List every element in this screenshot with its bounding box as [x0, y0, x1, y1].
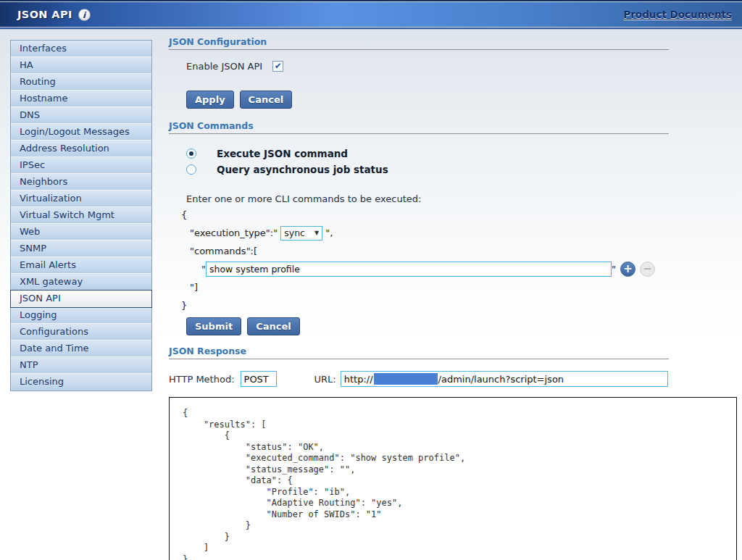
cli-command-input[interactable]: show system profile: [206, 262, 612, 277]
url-suffix: /admin/launch?script=json: [438, 374, 564, 385]
sidebar-item-address-resolution[interactable]: Address Resolution: [11, 141, 151, 157]
json-response-output[interactable]: { "results": [ { "status": "OK", "execut…: [169, 397, 737, 560]
execute-json-command-row: Execute JSON command: [186, 146, 737, 162]
sidebar-item-virtualization[interactable]: Virtualization: [11, 191, 151, 207]
cli-instructions: Enter one or more CLI commands to be exe…: [186, 193, 737, 204]
sidebar-item-xml-gateway[interactable]: XML gateway: [11, 274, 151, 291]
url-input[interactable]: http:///admin/launch?script=json: [341, 371, 668, 387]
app-header: JSON API i Product Documents: [0, 0, 742, 29]
sidebar-item-email-alerts[interactable]: Email Alerts: [11, 257, 151, 274]
sidebar-item-virtual-switch-mgmt[interactable]: Virtual Switch Mgmt: [11, 207, 151, 224]
section-divider: [169, 49, 669, 50]
sidebar-item-licensing[interactable]: Licensing: [11, 374, 151, 390]
execute-json-command-radio[interactable]: [186, 149, 196, 159]
command-quote-close: ": [612, 262, 616, 277]
execution-type-prefix: "execution_type":": [190, 226, 278, 241]
json-configuration-section-header: JSON Configuration: [169, 36, 669, 50]
query-async-job-status-radio[interactable]: [186, 164, 196, 175]
sidebar-item-json-api[interactable]: JSON API: [10, 290, 152, 308]
remove-command-button[interactable]: −: [640, 262, 655, 277]
cancel-button-commands[interactable]: Cancel: [247, 317, 300, 335]
apply-button[interactable]: Apply: [186, 91, 234, 109]
commands-buttons: Submit Cancel: [186, 317, 737, 335]
submit-button[interactable]: Submit: [186, 317, 241, 335]
section-divider: [169, 133, 669, 134]
http-method-input[interactable]: POST: [241, 371, 277, 387]
request-info-row: HTTP Method: POST URL: http:///admin/lau…: [169, 371, 737, 387]
section-divider: [169, 359, 669, 359]
execute-json-command-label: Execute JSON command: [217, 148, 348, 159]
sidebar-item-neighbors[interactable]: Neighbors: [11, 174, 151, 191]
sidebar-item-configurations[interactable]: Configurations: [11, 324, 151, 340]
product-documents-link[interactable]: Product Documents: [623, 9, 732, 20]
enable-json-api-label: Enable JSON API: [186, 61, 262, 72]
query-async-job-status-row: Query asynchronous job status: [186, 162, 737, 177]
json-commands-section-header: JSON Commands: [169, 120, 669, 134]
sidebar-item-ntp[interactable]: NTP: [11, 357, 151, 374]
json-response-section-header: JSON Response: [169, 346, 669, 359]
execution-type-suffix: ",: [325, 226, 333, 241]
page-title-area: JSON API i: [17, 9, 91, 21]
page-title: JSON API: [17, 9, 72, 20]
execution-type-row: "execution_type":" sync ▼ ",: [190, 226, 737, 241]
url-host-redaction: [374, 373, 438, 385]
sidebar-item-ipsec[interactable]: IPSec: [11, 157, 151, 174]
json-response-title: JSON Response: [169, 346, 669, 356]
add-command-button[interactable]: +: [620, 262, 635, 277]
sidebar-item-ha[interactable]: HA: [11, 57, 151, 74]
json-configuration-title: JSON Configuration: [169, 36, 669, 47]
url-prefix: http://: [344, 374, 373, 385]
sidebar-item-login-logout-messages[interactable]: Login/Logout Messages: [11, 124, 151, 141]
builder-close-bracket: "]: [190, 280, 737, 295]
url-label: URL:: [314, 374, 336, 385]
sidebar-item-date-and-time[interactable]: Date and Time: [11, 340, 151, 357]
sidebar-item-snmp[interactable]: SNMP: [11, 241, 151, 257]
query-async-job-status-label: Query asynchronous job status: [217, 164, 388, 175]
builder-open-brace: {: [181, 208, 737, 222]
sidebar-item-web[interactable]: Web: [11, 224, 151, 241]
sidebar-item-dns[interactable]: DNS: [11, 107, 151, 124]
chevron-down-icon: ▼: [314, 226, 319, 241]
enable-json-api-checkbox[interactable]: ✔: [272, 61, 283, 72]
enable-json-api-row: Enable JSON API ✔: [186, 61, 737, 72]
cancel-button-configuration[interactable]: Cancel: [240, 91, 293, 109]
configuration-buttons: Apply Cancel: [186, 91, 737, 109]
sidebar-nav: Interfaces HA Routing Hostname DNS Login…: [10, 40, 152, 391]
http-method-label: HTTP Method:: [169, 374, 235, 385]
info-icon[interactable]: i: [78, 9, 91, 21]
json-commands-title: JSON Commands: [169, 120, 669, 131]
execution-type-select[interactable]: sync ▼: [280, 226, 322, 241]
commands-prefix: "commands":[: [190, 244, 737, 259]
main-content: JSON Configuration Enable JSON API ✔ App…: [169, 36, 737, 560]
sidebar-item-hostname[interactable]: Hostname: [11, 91, 151, 107]
command-input-row: " show system profile " + −: [201, 262, 737, 277]
execution-type-value: sync: [284, 226, 305, 241]
sidebar-item-logging[interactable]: Logging: [11, 307, 151, 324]
builder-close-brace: }: [181, 298, 737, 313]
json-api-page: JSON API i Product Documents Interfaces …: [0, 0, 742, 560]
sidebar-item-interfaces[interactable]: Interfaces: [11, 41, 151, 57]
sidebar-item-routing[interactable]: Routing: [11, 74, 151, 91]
